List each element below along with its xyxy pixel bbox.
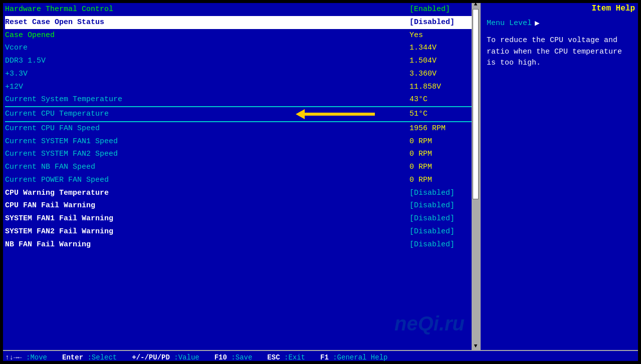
case-opened-label: Case Opened — [5, 30, 175, 41]
power-fan-value: 0 RPM — [409, 175, 475, 186]
value-key: +/-/PU/PD — [132, 353, 170, 361]
main-area: Hardware Thermal Control [Enabled] Reset… — [0, 0, 641, 350]
vcore-label: Vcore — [5, 43, 175, 54]
reset-case-label: Reset Case Open Status — [5, 17, 175, 28]
bottom-select: Enter :Select — [62, 353, 117, 361]
vcore-value: 1.344V — [409, 43, 475, 54]
ddr3-label: DDR3 1.5V — [5, 56, 175, 67]
save-key: F10 — [215, 353, 227, 361]
arrow-head-icon — [296, 109, 305, 119]
nb-fan-value: 0 RPM — [409, 162, 475, 173]
bottom-bar: ↑↓→← :Move Enter :Select +/-/PU/PD :Valu… — [0, 350, 641, 364]
row-nb-fan-fail[interactable]: NB FAN Fail Warning [Disabled] — [5, 238, 475, 251]
help-label: :General Help — [333, 353, 387, 361]
sys-fan1-fail-value: [Disabled] — [409, 213, 475, 224]
row-12v: +12V 11.858V — [5, 81, 475, 94]
bottom-exit: ESC :Exit — [267, 353, 305, 361]
sys-temp-label: Current System Temperature — [5, 94, 175, 105]
row-ddr3: DDR3 1.5V 1.504V — [5, 55, 475, 68]
row-nb-fan: Current NB FAN Speed 0 RPM — [5, 161, 475, 174]
sys-fan2-fail-label: SYSTEM FAN2 Fail Warning — [5, 226, 175, 237]
menu-level-row: Menu Level ▶ — [487, 18, 635, 28]
help-key: F1 — [320, 353, 329, 361]
scrollbar-thumb[interactable] — [473, 9, 479, 199]
row-sys-fan2: Current SYSTEM FAN2 Speed 0 RPM — [5, 148, 475, 161]
row-cpu-temp: Current CPU Temperature 51°C — [5, 106, 475, 122]
sys-temp-value: 43°C — [409, 94, 475, 105]
v33-value: 3.360V — [409, 69, 475, 80]
hardware-thermal-value: [Enabled] — [409, 4, 475, 15]
bottom-value: +/-/PU/PD :Value — [132, 353, 199, 361]
row-cpu-fan: Current CPU FAN Speed 1956 RPM — [5, 122, 475, 135]
bottom-save: F10 :Save — [215, 353, 253, 361]
item-help-title: Item Help — [487, 4, 635, 13]
row-case-opened: Case Opened Yes — [5, 29, 475, 42]
sys-fan2-value: 0 RPM — [409, 149, 475, 160]
exit-key: ESC — [267, 353, 280, 361]
cpu-temp-label: Current CPU Temperature — [5, 109, 175, 120]
watermark: neQi.ru — [394, 312, 465, 335]
cpu-temp-arrow — [296, 109, 375, 119]
bios-screen: Hardware Thermal Control [Enabled] Reset… — [0, 0, 641, 364]
sys-fan1-label: Current SYSTEM FAN1 Speed — [5, 136, 175, 147]
save-label: :Save — [231, 353, 252, 361]
bottom-help: F1 :General Help — [320, 353, 387, 361]
reset-case-value: [Disabled] — [409, 17, 475, 28]
row-power-fan: Current POWER FAN Speed 0 RPM — [5, 174, 475, 187]
row-33v: +3.3V 3.360V — [5, 68, 475, 81]
arrow-shaft — [305, 113, 375, 116]
sys-fan2-fail-value: [Disabled] — [409, 226, 475, 237]
sys-fan1-value: 0 RPM — [409, 136, 475, 147]
select-label: :Select — [87, 353, 117, 361]
v33-label: +3.3V — [5, 69, 175, 80]
v12-value: 11.858V — [409, 82, 475, 93]
cpu-fan-label: Current CPU FAN Speed — [5, 123, 175, 134]
select-key: Enter — [62, 353, 83, 361]
left-panel: Hardware Thermal Control [Enabled] Reset… — [0, 0, 481, 350]
exit-label: :Exit — [284, 353, 305, 361]
power-fan-label: Current POWER FAN Speed — [5, 175, 175, 186]
row-cpu-fan-fail[interactable]: CPU FAN Fail Warning [Disabled] — [5, 199, 475, 212]
hardware-thermal-label: Hardware Thermal Control — [5, 4, 175, 15]
cpu-temp-value: 51°C — [409, 109, 475, 120]
sys-fan2-label: Current SYSTEM FAN2 Speed — [5, 149, 175, 160]
right-panel: Item Help Menu Level ▶ To reduce the CPU… — [481, 0, 641, 350]
row-reset-case[interactable]: Reset Case Open Status [Disabled] — [5, 16, 475, 29]
row-sys-fan2-fail[interactable]: SYSTEM FAN2 Fail Warning [Disabled] — [5, 225, 475, 238]
cpu-fan-fail-value: [Disabled] — [409, 200, 475, 211]
nb-fan-fail-label: NB FAN Fail Warning — [5, 239, 175, 250]
scrollbar-down-arrow[interactable]: ▼ — [474, 343, 478, 349]
menu-level-arrow-icon: ▶ — [535, 18, 540, 28]
cpu-warning-label: CPU Warning Temperature — [5, 188, 175, 199]
ddr3-value: 1.504V — [409, 56, 475, 67]
v12-label: +12V — [5, 82, 175, 93]
cpu-fan-value: 1956 RPM — [409, 123, 475, 134]
menu-level-label: Menu Level — [487, 19, 532, 28]
move-label: :Move — [26, 353, 47, 361]
move-key: ↑↓→← — [5, 353, 22, 361]
value-label: :Value — [174, 353, 199, 361]
nb-fan-fail-value: [Disabled] — [409, 239, 475, 250]
bottom-move: ↑↓→← :Move — [5, 353, 47, 361]
row-hardware-thermal: Hardware Thermal Control [Enabled] — [5, 3, 475, 16]
help-text: To reduce the CPU voltage and ratio when… — [487, 35, 635, 69]
scrollbar[interactable]: ▲ ▼ — [472, 0, 480, 350]
row-cpu-warning[interactable]: CPU Warning Temperature [Disabled] — [5, 187, 475, 200]
scrollbar-up-arrow[interactable]: ▲ — [474, 1, 478, 7]
sys-fan1-fail-label: SYSTEM FAN1 Fail Warning — [5, 213, 175, 224]
row-sys-fan1-fail[interactable]: SYSTEM FAN1 Fail Warning [Disabled] — [5, 212, 475, 225]
row-sys-temp: Current System Temperature 43°C — [5, 93, 475, 106]
cpu-warning-value: [Disabled] — [409, 188, 475, 199]
nb-fan-label: Current NB FAN Speed — [5, 162, 175, 173]
row-sys-fan1: Current SYSTEM FAN1 Speed 0 RPM — [5, 135, 475, 148]
case-opened-value: Yes — [409, 30, 475, 41]
cpu-fan-fail-label: CPU FAN Fail Warning — [5, 200, 175, 211]
row-vcore: Vcore 1.344V — [5, 42, 475, 55]
